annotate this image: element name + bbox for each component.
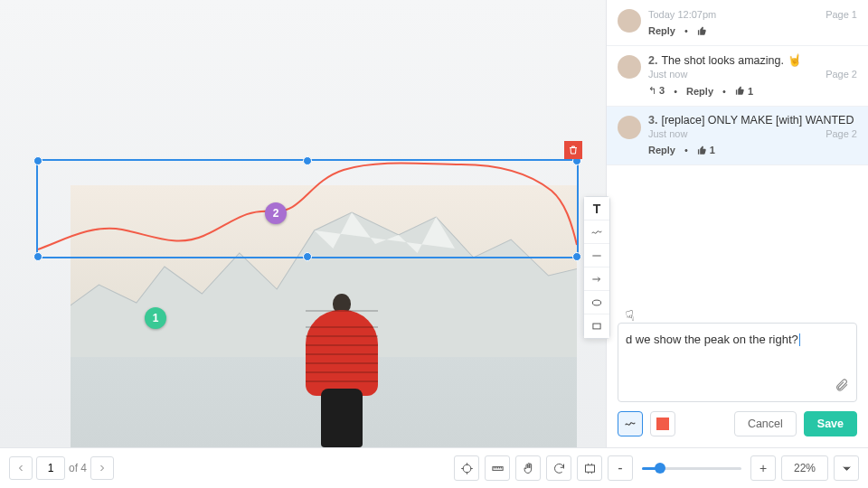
save-button[interactable]: Save bbox=[804, 411, 857, 436]
selection-box[interactable] bbox=[36, 159, 579, 258]
canvas-area[interactable]: 1 2 bbox=[0, 0, 606, 447]
comment-page: Page 1 bbox=[826, 9, 857, 20]
comment-number: 2. bbox=[648, 54, 657, 67]
emoji: 🤘 bbox=[788, 53, 802, 67]
delete-annotation-button[interactable] bbox=[564, 141, 582, 159]
avatar bbox=[618, 116, 641, 139]
comment-input-text: d we show the peak on the right? bbox=[626, 333, 798, 346]
comment-page: Page 2 bbox=[826, 69, 857, 80]
comment-editor: T d we show the peak on the right? Cance… bbox=[607, 323, 868, 447]
comment-page: Page 2 bbox=[826, 128, 857, 139]
thumb-up-icon bbox=[735, 86, 745, 96]
squiggle-icon bbox=[590, 226, 603, 239]
svg-point-2 bbox=[463, 465, 471, 473]
pin-number: 1 bbox=[153, 312, 159, 324]
current-tool-chip[interactable] bbox=[618, 411, 643, 436]
ellipse-icon bbox=[590, 296, 603, 309]
ruler-tool-button[interactable] bbox=[485, 455, 510, 481]
reply-count[interactable]: ↰ 3 bbox=[648, 85, 665, 97]
resize-handle-br[interactable] bbox=[572, 252, 581, 261]
color-swatch[interactable] bbox=[650, 411, 675, 436]
comment-item[interactable]: 3. [replace] ONLY MAKE [with] WANTED Jus… bbox=[607, 107, 868, 165]
comment-item[interactable]: 2. The shot looks amazing.🤘 Just nowPage… bbox=[607, 46, 868, 107]
like-button[interactable]: 1 bbox=[735, 86, 753, 97]
zoom-in-button[interactable]: + bbox=[750, 455, 776, 481]
comment-text: The shot looks amazing. bbox=[661, 54, 784, 67]
next-page-button[interactable] bbox=[90, 456, 114, 480]
chevron-left-icon bbox=[15, 463, 26, 474]
avatar bbox=[618, 55, 641, 79]
resize-handle-bc[interactable] bbox=[303, 252, 312, 261]
tool-line[interactable] bbox=[584, 244, 609, 267]
tool-text[interactable]: T bbox=[584, 197, 609, 221]
hand-icon bbox=[522, 462, 535, 475]
caret-down-icon bbox=[840, 462, 854, 475]
target-icon bbox=[460, 462, 474, 475]
ruler-icon bbox=[491, 462, 505, 475]
zoom-out-button[interactable]: - bbox=[608, 455, 633, 481]
line-icon bbox=[590, 249, 603, 262]
paperclip-icon bbox=[835, 378, 849, 392]
like-button[interactable] bbox=[697, 26, 707, 36]
attach-button[interactable] bbox=[835, 378, 849, 396]
tool-freehand[interactable] bbox=[584, 221, 609, 244]
fit-icon bbox=[583, 462, 597, 475]
target-tool-button[interactable] bbox=[454, 455, 479, 481]
rectangle-icon bbox=[590, 320, 603, 333]
resize-handle-tc[interactable] bbox=[303, 156, 312, 165]
rotate-button[interactable] bbox=[546, 455, 571, 481]
comment-timestamp: Just now bbox=[648, 128, 687, 139]
squiggle-icon bbox=[624, 418, 637, 430]
zoom-value[interactable]: 22% bbox=[781, 455, 828, 481]
fit-screen-button[interactable] bbox=[577, 455, 602, 481]
comment-timestamp: Today 12:07pm bbox=[648, 9, 716, 20]
pin-number: 2 bbox=[273, 207, 279, 220]
zoom-slider[interactable] bbox=[642, 467, 741, 470]
tool-ellipse[interactable] bbox=[584, 291, 609, 314]
comment-number: 3. bbox=[648, 114, 657, 127]
chevron-right-icon bbox=[97, 463, 108, 474]
rotate-icon bbox=[552, 462, 566, 475]
annotation-tool-palette: T bbox=[583, 196, 610, 339]
pan-tool-button[interactable] bbox=[515, 455, 541, 481]
avatar bbox=[618, 9, 641, 33]
prev-page-button[interactable] bbox=[9, 456, 33, 480]
page-of-label: of 4 bbox=[69, 462, 87, 474]
thumb-up-icon bbox=[697, 26, 707, 36]
comments-sidebar: Today 12:07pmPage 1 Reply • 2. The shot … bbox=[606, 0, 868, 447]
like-button[interactable]: 1 bbox=[697, 145, 715, 155]
comment-list: Today 12:07pmPage 1 Reply • 2. The shot … bbox=[607, 0, 868, 165]
reply-button[interactable]: Reply bbox=[648, 145, 675, 155]
page-input[interactable] bbox=[36, 456, 65, 480]
annotation-pin-1[interactable]: 1 bbox=[145, 307, 166, 329]
svg-rect-4 bbox=[585, 465, 594, 472]
person-figure bbox=[301, 294, 382, 447]
resize-handle-bl[interactable] bbox=[33, 252, 42, 261]
bottom-toolbar: of 4 - + 22% bbox=[0, 447, 868, 488]
tool-rectangle[interactable] bbox=[584, 314, 609, 338]
svg-point-0 bbox=[592, 300, 600, 305]
cancel-button[interactable]: Cancel bbox=[734, 411, 797, 436]
annotation-pin-2[interactable]: 2 bbox=[265, 202, 287, 224]
reply-button[interactable]: Reply bbox=[686, 86, 713, 97]
reply-button[interactable]: Reply bbox=[648, 25, 675, 36]
comment-item[interactable]: Today 12:07pmPage 1 Reply • bbox=[607, 0, 868, 46]
arrow-icon bbox=[590, 273, 603, 286]
svg-rect-1 bbox=[593, 324, 600, 329]
comment-text: [replace] ONLY MAKE [with] WANTED bbox=[661, 114, 854, 127]
comment-timestamp: Just now bbox=[648, 69, 687, 80]
tool-arrow[interactable] bbox=[584, 267, 609, 291]
trash-icon bbox=[568, 145, 579, 155]
comment-input[interactable]: d we show the peak on the right? bbox=[618, 323, 857, 402]
zoom-dropdown[interactable] bbox=[834, 455, 859, 481]
resize-handle-tl[interactable] bbox=[33, 156, 42, 165]
slider-thumb[interactable] bbox=[655, 463, 665, 474]
thumb-up-icon bbox=[697, 145, 707, 155]
